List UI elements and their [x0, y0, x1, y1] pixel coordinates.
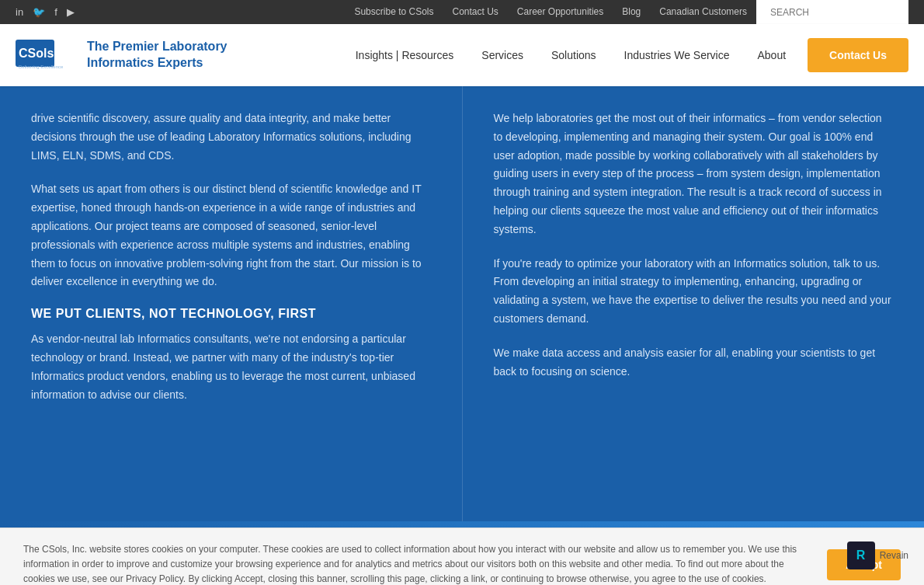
careers-link[interactable]: Career Opportunities: [508, 0, 613, 24]
content-left: drive scientific discovery, assure quali…: [0, 86, 462, 521]
canadian-customers-link[interactable]: Canadian Customers: [650, 0, 756, 24]
blog-link[interactable]: Blog: [613, 0, 650, 24]
revain-label: Revain: [880, 550, 908, 561]
top-bar: in 🐦 f ▶ Subscribe to CSols Contact Us C…: [0, 0, 924, 24]
right-p1: We help laboratories get the most out of…: [494, 110, 894, 239]
nav-contact-button[interactable]: Contact Us: [808, 38, 908, 72]
social-links: in 🐦 f ▶: [16, 6, 75, 18]
contact-link-top[interactable]: Contact Us: [443, 0, 507, 24]
right-p2: If you're ready to optimize your laborat…: [494, 255, 894, 329]
nav-services[interactable]: Services: [467, 24, 537, 86]
subscribe-link[interactable]: Subscribe to CSols: [345, 0, 443, 24]
revain-icon: R: [847, 541, 875, 569]
main-nav: Insights | Resources Services Solutions …: [342, 24, 908, 86]
search-wrapper: [756, 0, 908, 24]
twitter-icon[interactable]: 🐦: [33, 6, 45, 18]
clients-section-title: WE PUT CLIENTS, NOT TECHNOLOGY, FIRST: [31, 307, 431, 321]
what-sets-text: What sets us apart from others is our di…: [31, 180, 431, 291]
content-right: We help laboratories get the most out of…: [462, 86, 925, 521]
main-content: drive scientific discovery, assure quali…: [0, 86, 924, 521]
intro-text-left: drive scientific discovery, assure quali…: [31, 110, 431, 165]
search-input[interactable]: [762, 4, 902, 21]
csols-logo-svg: CSols Delivering Excellence: [16, 36, 78, 75]
revain-widget: R Revain: [847, 541, 908, 569]
nav-solutions[interactable]: Solutions: [537, 24, 610, 86]
nav-industries[interactable]: Industries We Service: [610, 24, 744, 86]
linkedin-icon[interactable]: in: [16, 6, 23, 18]
clients-section-body: As vendor-neutral lab Informatics consul…: [31, 330, 431, 404]
nav-about[interactable]: About: [744, 24, 801, 86]
top-nav: Subscribe to CSols Contact Us Career Opp…: [345, 0, 908, 24]
header: CSols Delivering Excellence The Premier …: [0, 24, 924, 86]
cookie-bar: The CSols, Inc. website stores cookies o…: [0, 528, 924, 585]
svg-text:CSols: CSols: [19, 47, 54, 60]
youtube-icon[interactable]: ▶: [67, 6, 75, 18]
cookie-text: The CSols, Inc. website stores cookies o…: [23, 542, 827, 585]
bottom-gradient: [0, 521, 924, 528]
right-p3: We make data access and analysis easier …: [494, 344, 894, 381]
logo-text: The Premier LaboratoryInformatics Expert…: [87, 39, 228, 71]
facebook-icon[interactable]: f: [54, 6, 57, 18]
logo-area: CSols Delivering Excellence The Premier …: [16, 36, 228, 75]
svg-text:Delivering Excellence: Delivering Excellence: [19, 64, 64, 69]
nav-insights[interactable]: Insights | Resources: [342, 24, 468, 86]
